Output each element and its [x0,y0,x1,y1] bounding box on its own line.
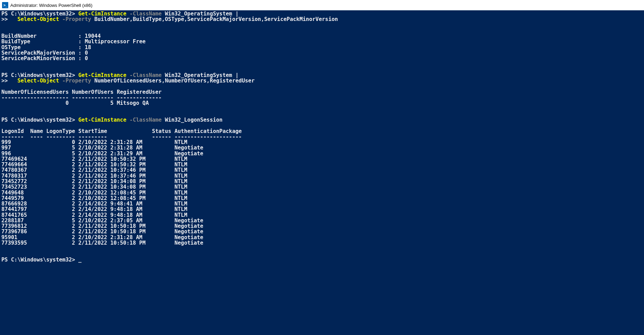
cont-1: >> [1,16,8,22]
param-property-1: -Property [62,16,91,22]
cmd-selobj-2: Select-Object [18,78,59,84]
cmd-getcim-3: Get-CimInstance [78,117,126,123]
arg-props-2: NumberOfLicensedUsers,NumberOfUsers,Regi… [94,78,255,84]
output-block-3: LogonId Name LogonType StartTime Status … [1,128,242,246]
param-property-2: -Property [62,78,91,84]
arg-props-1: BuildNumber,BuildType,OSType,ServicePack… [94,16,338,22]
param-classname-3: -ClassName [129,117,161,123]
arg-logon: Win32_LogonSession [165,117,223,123]
output-block-1: BuildNumber : 19044 BuildType : Multipro… [1,33,146,62]
cursor: _ [78,257,81,263]
window-titlebar[interactable]: Administrator: Windows PowerShell (x86) [0,0,644,10]
output-block-2: NumberOfLicensedUsers NumberOfUsers Regi… [1,89,162,107]
prompt-4: PS C:\Windows\system32> [1,257,75,263]
powershell-icon [2,2,8,8]
terminal-area[interactable]: PS C:\Windows\system32> Get-CimInstance … [0,10,644,335]
prompt-3: PS C:\Windows\system32> [1,117,75,123]
powershell-window: Administrator: Windows PowerShell (x86) … [0,0,644,335]
cont-2: >> [1,78,8,84]
cmd-selobj-1: Select-Object [18,16,59,22]
window-title: Administrator: Windows PowerShell (x86) [10,3,92,8]
